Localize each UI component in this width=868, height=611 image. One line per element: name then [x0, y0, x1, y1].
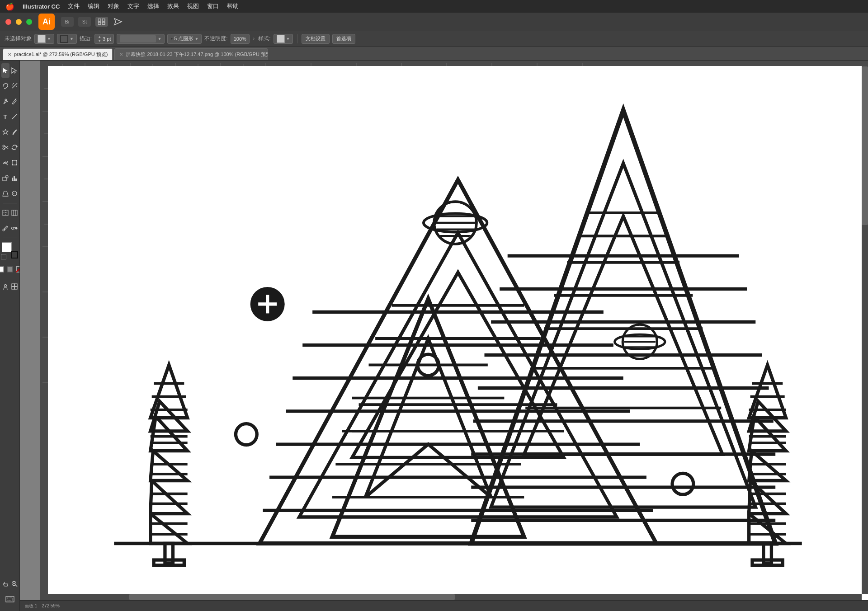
menu-text[interactable]: 文字	[127, 2, 139, 10]
line-tool[interactable]	[10, 109, 19, 124]
eyedropper-tool[interactable]	[1, 221, 9, 235]
pen-tools	[1, 94, 19, 108]
fill-caret: ▼	[47, 37, 51, 41]
canvas-area[interactable]: 画板 1 272.59%	[20, 61, 868, 611]
svg-marker-109	[151, 451, 188, 481]
screen-mode-tool[interactable]	[1, 279, 9, 294]
doc-settings-button[interactable]: 文档设置	[302, 34, 330, 44]
lasso-tool[interactable]	[1, 79, 9, 93]
text-tool[interactable]: T	[1, 109, 9, 124]
stock-icon[interactable]: St	[78, 17, 91, 27]
stroke-caret: ▼	[70, 37, 74, 41]
scrollbar-thumb-h[interactable]	[129, 594, 455, 600]
workspace-switcher-icon[interactable]	[95, 17, 108, 27]
menu-object[interactable]: 对象	[108, 2, 119, 10]
ai-logo-icon: Ai	[38, 14, 55, 30]
menu-edit[interactable]: 编辑	[88, 2, 99, 10]
normal-mode-icon[interactable]	[0, 262, 5, 277]
menu-help[interactable]: 帮助	[227, 2, 239, 10]
svg-rect-3	[102, 22, 105, 24]
artwork-canvas[interactable]	[48, 66, 868, 611]
bridge-icon[interactable]: Br	[61, 17, 74, 27]
stroke-label: 描边:	[80, 35, 92, 42]
symbol-tool[interactable]: *	[10, 186, 19, 201]
menu-bar: 🍎 Illustrator CC 文件 编辑 对象 文字 选择 效果 视图 窗口…	[0, 0, 868, 13]
fill-color-selector[interactable]: ▼	[34, 34, 54, 44]
none-icon[interactable]	[1, 254, 6, 259]
send-icon[interactable]	[113, 17, 123, 27]
text-tools: T	[1, 109, 19, 124]
traffic-light-minimize[interactable]	[16, 19, 22, 25]
perspective-tool[interactable]	[1, 186, 9, 201]
slice-tool[interactable]	[1, 206, 9, 220]
graph-tool[interactable]	[10, 171, 19, 185]
navigation-tools	[1, 577, 19, 591]
pen-tool[interactable]	[1, 94, 9, 108]
menu-select[interactable]: 选择	[147, 2, 159, 10]
selection-tool[interactable]	[1, 63, 9, 78]
magic-wand-tool[interactable]	[10, 79, 19, 93]
menu-effect[interactable]: 效果	[167, 2, 179, 10]
stroke-width-input[interactable]: ▲▼ 3 pt	[94, 34, 114, 44]
warp-tool[interactable]	[1, 155, 9, 170]
opacity-arrow[interactable]: ›	[253, 36, 255, 41]
free-transform-tool[interactable]	[10, 155, 19, 170]
direct-selection-tool[interactable]	[10, 63, 19, 78]
color-swatches[interactable]	[2, 242, 18, 258]
opacity-label: 不透明度:	[204, 35, 227, 42]
svg-marker-17	[3, 129, 8, 134]
svg-line-16	[12, 114, 17, 119]
stroke-up-arrow[interactable]: ▲▼	[98, 35, 101, 43]
traffic-light-maximize[interactable]	[26, 19, 32, 25]
tab-close-icon-2[interactable]: ✕	[119, 52, 123, 57]
shape-builder-tool[interactable]	[1, 171, 9, 185]
column-grid-tool[interactable]	[10, 206, 19, 220]
scissors-tool[interactable]	[1, 140, 9, 155]
artboard-tool[interactable]	[3, 592, 17, 606]
menu-window[interactable]: 窗口	[207, 2, 219, 10]
style-selector[interactable]: ▼	[274, 34, 293, 44]
brush-tool[interactable]	[10, 125, 19, 139]
view-tool[interactable]	[10, 279, 19, 294]
stroke-style-selector[interactable]: ● 5 点圆形 ▼	[167, 34, 202, 44]
scrollbar-thumb-v[interactable]	[862, 66, 868, 225]
red-slash-icon[interactable]	[15, 262, 20, 277]
zoom-tool[interactable]	[10, 577, 19, 591]
svg-rect-64	[7, 598, 13, 601]
svg-marker-5	[3, 68, 8, 73]
mode-icons	[0, 262, 20, 277]
star-tool[interactable]	[1, 125, 9, 139]
opacity-input[interactable]: 100%	[231, 34, 250, 44]
stroke-type-selector[interactable]: ▼	[117, 34, 165, 44]
scrollbar-horizontal[interactable]	[48, 594, 862, 600]
toolbar-divider	[3, 203, 17, 203]
tabs-bar: ✕ practice1.ai* @ 272.59% (RGB/GPU 预览) ✕…	[0, 47, 868, 61]
traffic-light-close[interactable]	[5, 19, 11, 25]
svg-rect-58	[14, 287, 17, 289]
svg-line-25	[6, 164, 8, 165]
hand-tool[interactable]	[1, 577, 9, 591]
svg-rect-30	[16, 164, 17, 165]
pencil-tool[interactable]	[10, 94, 19, 108]
svg-point-10	[13, 83, 14, 84]
style-swatch	[277, 35, 285, 43]
status-artboard: 画板 1	[24, 603, 37, 609]
svg-line-14	[7, 101, 8, 102]
stroke-color-swatch[interactable]	[11, 251, 18, 258]
fill-color-swatch[interactable]	[2, 242, 12, 252]
scrollbar-vertical[interactable]	[862, 66, 868, 594]
blend-tool[interactable]	[10, 221, 19, 235]
menu-file[interactable]: 文件	[68, 2, 80, 10]
rotate-tool[interactable]	[10, 140, 19, 155]
gray-mode-icon[interactable]	[6, 262, 14, 277]
menu-view[interactable]: 视图	[187, 2, 199, 10]
apple-menu[interactable]: 🍎	[5, 2, 14, 11]
preferences-button[interactable]: 首选项	[332, 34, 355, 44]
tab-screenshot[interactable]: ✕ 屏幕快照 2018-01-23 下午12.17.47.png @ 100% …	[114, 48, 268, 60]
menu-app-name[interactable]: Illustrator CC	[23, 3, 60, 10]
tab-practice1[interactable]: ✕ practice1.ai* @ 272.59% (RGB/GPU 预览)	[3, 48, 113, 60]
svg-point-47	[3, 229, 5, 231]
stroke-color-selector[interactable]: ▼	[57, 34, 77, 44]
svg-rect-55	[12, 284, 14, 287]
tab-close-icon[interactable]: ✕	[8, 52, 11, 57]
